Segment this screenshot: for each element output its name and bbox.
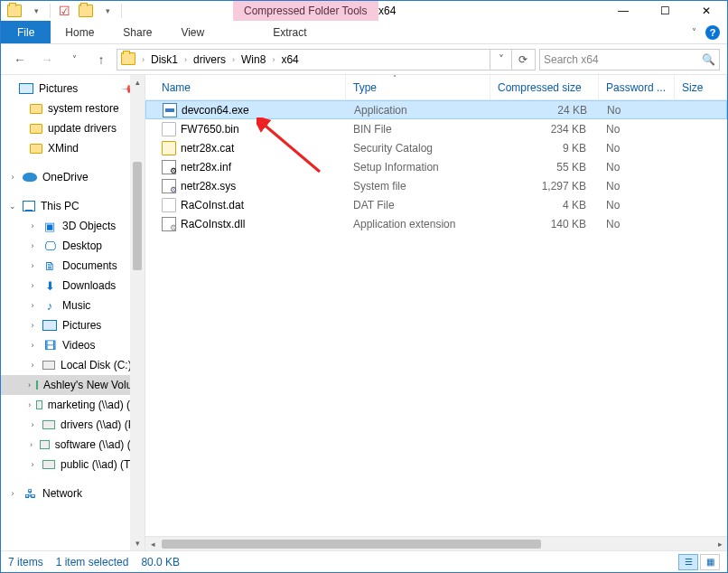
navigation-pane[interactable]: Pictures 📌 system restore update drivers…	[1, 75, 145, 550]
tab-home[interactable]: Home	[51, 21, 108, 43]
nav-onedrive[interactable]: ›OneDrive	[1, 167, 145, 187]
tab-extract[interactable]: Extract	[246, 21, 333, 43]
chevron-right-icon[interactable]: ›	[8, 489, 17, 498]
chevron-right-icon[interactable]: ›	[139, 55, 147, 64]
view-details-button[interactable]: ☰	[678, 554, 698, 570]
window-title: x64	[378, 5, 396, 17]
collapse-ribbon-icon[interactable]: ˅	[692, 27, 696, 37]
chevron-right-icon[interactable]: ›	[28, 301, 37, 310]
help-icon[interactable]: ?	[705, 25, 720, 40]
tab-share[interactable]: Share	[108, 21, 166, 43]
view-thumbnails-button[interactable]: ▦	[700, 554, 720, 570]
nav-pc-item[interactable]: ›drivers (\\ad) (P:)	[1, 415, 145, 435]
nav-pc-item[interactable]: ›▣3D Objects	[1, 216, 145, 236]
chevron-right-icon[interactable]: ›	[28, 241, 37, 250]
maximize-button[interactable]: ☐	[644, 1, 686, 21]
nav-this-pc[interactable]: ⌄This PC	[1, 196, 145, 216]
chevron-right-icon[interactable]: ›	[28, 341, 37, 350]
scroll-right-icon[interactable]: ▸	[713, 540, 727, 549]
scroll-up-icon[interactable]: ▴	[130, 75, 145, 89]
file-row[interactable]: RaCoInst.datDAT File4 KBNo	[145, 195, 727, 214]
crumb-win8[interactable]: Win8	[238, 50, 269, 70]
chevron-right-icon[interactable]: ›	[28, 440, 34, 449]
breadcrumb[interactable]: › Disk1 › drivers › Win8 › x64 ˅ ⟳	[117, 49, 536, 70]
file-row[interactable]: netr28x.catSecurity Catalog9 KBNo	[145, 138, 727, 157]
qat-customize-icon[interactable]: ▾	[98, 1, 117, 21]
up-button[interactable]: ↑	[89, 48, 113, 71]
minimize-button[interactable]: ―	[602, 1, 644, 21]
column-name[interactable]: Name	[145, 75, 346, 99]
file-size: 55 KB	[490, 161, 599, 174]
file-rows[interactable]: devcon64.exeApplication24 KBNoFW7650.bin…	[145, 100, 727, 536]
chevron-right-icon[interactable]: ›	[28, 460, 37, 469]
nav-pictures-quick[interactable]: Pictures 📌	[1, 79, 145, 99]
crumb-x64[interactable]: x64	[277, 50, 302, 70]
file-row[interactable]: netr28x.infSetup Information55 KBNo	[145, 157, 727, 176]
nav-pc-item[interactable]: ›Ashley's New Volume (D:)	[1, 375, 145, 395]
chevron-right-icon[interactable]: ›	[229, 55, 238, 64]
scroll-thumb[interactable]	[133, 162, 142, 270]
properties-icon[interactable]: ☑	[54, 1, 74, 21]
chevron-right-icon[interactable]: ›	[28, 380, 31, 390]
nav-pc-item[interactable]: ›Pictures	[1, 315, 145, 335]
column-type[interactable]: Type	[346, 75, 490, 99]
history-dropdown-icon[interactable]: ˅	[490, 50, 511, 70]
chevron-right-icon[interactable]: ›	[28, 221, 37, 230]
nav-scrollbar[interactable]: ▴ ▾	[130, 75, 145, 550]
file-row[interactable]: netr28x.sysSystem file1,297 KBNo	[145, 176, 727, 195]
nav-system-restore[interactable]: system restore	[1, 99, 145, 118]
recent-locations-icon[interactable]: ˅	[62, 48, 86, 71]
scroll-thumb[interactable]	[162, 540, 541, 549]
chevron-right-icon[interactable]: ›	[182, 55, 190, 64]
nav-pc-item[interactable]: ›🗎Documents	[1, 256, 145, 276]
chevron-right-icon[interactable]: ›	[28, 400, 31, 409]
chevron-right-icon[interactable]: ›	[28, 361, 37, 370]
nav-xmind[interactable]: XMind	[1, 138, 145, 158]
qat-dropdown-icon[interactable]: ▾	[26, 1, 46, 21]
nav-update-drivers[interactable]: update drivers	[1, 118, 145, 138]
desktop-icon: 🖵	[42, 239, 57, 253]
close-button[interactable]: ✕	[686, 1, 727, 21]
chevron-right-icon[interactable]: ›	[28, 321, 37, 330]
crumb-disk1[interactable]: Disk1	[147, 50, 182, 70]
nav-label: XMind	[48, 142, 79, 155]
nav-network[interactable]: ›🖧Network	[1, 484, 145, 503]
scroll-down-icon[interactable]: ▾	[130, 536, 145, 550]
crumb-drivers[interactable]: drivers	[190, 50, 229, 70]
new-folder-icon[interactable]	[76, 1, 96, 21]
nav-pc-item[interactable]: ›marketing (\\ad) (N:)	[1, 395, 145, 415]
nav-pc-item[interactable]: ›public (\\ad) (T:)	[1, 455, 145, 474]
chevron-down-icon[interactable]: ⌄	[8, 202, 17, 211]
chevron-right-icon[interactable]: ›	[28, 281, 37, 290]
search-input[interactable]: Search x64 🔍	[539, 49, 720, 70]
file-row[interactable]: FW7650.binBIN File234 KBNo	[145, 119, 727, 138]
search-icon[interactable]: 🔍	[702, 53, 715, 66]
tab-view[interactable]: View	[166, 21, 219, 43]
column-compressed-size[interactable]: Compressed size	[490, 75, 599, 99]
chevron-right-icon[interactable]: ›	[28, 261, 37, 270]
folder-icon	[30, 144, 42, 154]
nav-pc-item[interactable]: ›🖵Desktop	[1, 236, 145, 256]
chevron-right-icon[interactable]: ›	[28, 420, 37, 429]
scroll-left-icon[interactable]: ◂	[145, 540, 160, 549]
column-password[interactable]: Password ...	[599, 75, 675, 99]
file-icon	[163, 103, 177, 117]
column-size[interactable]: Size	[675, 75, 727, 99]
chevron-right-icon[interactable]: ›	[269, 55, 277, 64]
refresh-button[interactable]: ⟳	[511, 50, 533, 70]
chevron-right-icon[interactable]: ›	[8, 173, 17, 182]
nav-pc-item[interactable]: ›♪Music	[1, 296, 145, 315]
nav-pc-item[interactable]: ›software (\\ad) (S:)	[1, 435, 145, 455]
nav-pc-item[interactable]: ›🎞Videos	[1, 335, 145, 355]
horizontal-scrollbar[interactable]: ◂ ▸	[145, 536, 727, 550]
file-size: 24 KB	[491, 104, 600, 117]
forward-button[interactable]: →	[35, 48, 59, 71]
pictures-icon	[19, 83, 33, 94]
file-menu[interactable]: File	[1, 21, 51, 43]
quick-access-toolbar: ▾ ☑ ▾	[1, 1, 127, 21]
file-row[interactable]: devcon64.exeApplication24 KBNo	[145, 100, 727, 119]
nav-pc-item[interactable]: ›Local Disk (C:)	[1, 355, 145, 375]
back-button[interactable]: ←	[8, 48, 32, 71]
nav-pc-item[interactable]: ›⬇Downloads	[1, 276, 145, 296]
file-row[interactable]: RaCoInstx.dllApplication extension140 KB…	[145, 214, 727, 233]
